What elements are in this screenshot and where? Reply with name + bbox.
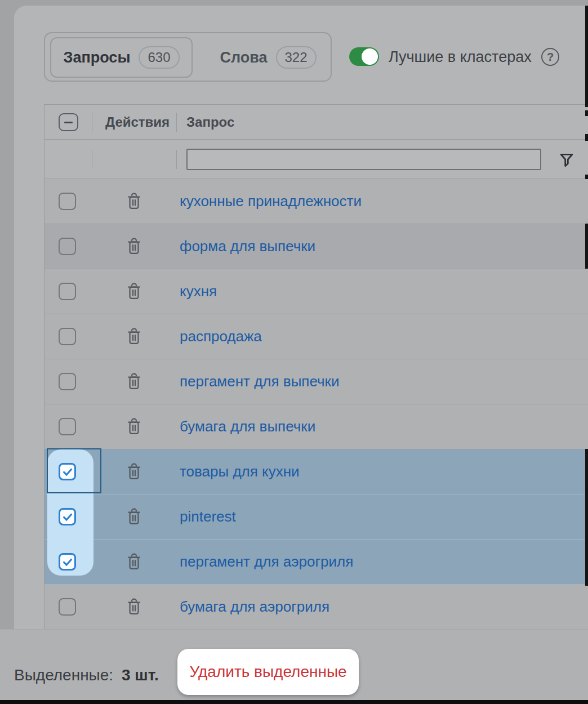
table-row: пергамент для аэрогриля [44, 540, 588, 585]
best-in-clusters-toggle[interactable] [349, 47, 379, 66]
query-link[interactable]: пергамент для выпечки [180, 359, 339, 404]
checkmark-icon [61, 556, 74, 568]
screenshot-edge-artifact [585, 449, 588, 586]
focused-cell-outline [47, 448, 101, 493]
trash-icon[interactable] [126, 237, 142, 256]
trash-icon[interactable] [126, 327, 142, 346]
column-divider [176, 113, 177, 132]
trash-icon[interactable] [126, 552, 142, 572]
table-row: форма для выпечки [44, 224, 588, 269]
row-checkbox[interactable] [59, 373, 76, 390]
table-row: бумага для выпечки [44, 404, 588, 449]
trash-icon[interactable] [126, 192, 142, 211]
query-link[interactable]: бумага для выпечки [180, 404, 315, 449]
tab-queries[interactable]: Запросы 630 [50, 37, 193, 78]
filter-row [44, 140, 588, 179]
table-row: товары для кухни [44, 449, 588, 494]
toggle-knob [362, 48, 378, 65]
row-checkbox[interactable] [59, 418, 76, 435]
trash-icon[interactable] [126, 598, 142, 617]
column-header-actions: Действия [105, 105, 170, 140]
best-in-clusters-label: Лучшие в кластерах [389, 48, 532, 66]
row-checkbox[interactable] [59, 553, 76, 571]
query-link[interactable]: бумага для аэрогриля [180, 585, 329, 629]
table-row: пергамент для выпечки [44, 359, 588, 404]
queries-table: Действия Запрос кухонные принадлежности [44, 104, 588, 629]
query-link[interactable]: форма для выпечки [180, 224, 315, 269]
trash-icon[interactable] [126, 417, 142, 436]
help-icon[interactable]: ? [541, 48, 559, 66]
selected-count: 3 шт. [122, 666, 159, 684]
tab-words[interactable]: Слова 322 [208, 37, 328, 78]
screenshot-edge-artifact [585, 175, 588, 179]
trash-icon[interactable] [126, 462, 142, 482]
tab-group: Запросы 630 Слова 322 [44, 32, 332, 82]
row-checkbox[interactable] [59, 238, 76, 255]
query-link[interactable]: пергамент для аэрогриля [180, 540, 353, 584]
checkmark-icon [61, 511, 74, 523]
row-checkbox[interactable] [59, 328, 76, 345]
query-link[interactable]: кухня [180, 269, 217, 314]
trash-icon[interactable] [126, 282, 142, 301]
tab-queries-count-badge: 630 [139, 46, 179, 69]
screenshot-edge-artifact [585, 134, 588, 141]
query-filter-input[interactable] [186, 149, 541, 170]
selected-label: Выделенные: [14, 666, 113, 684]
tab-words-count-badge: 322 [276, 46, 317, 69]
select-all-checkbox[interactable] [59, 113, 78, 131]
row-checkbox[interactable] [59, 598, 76, 616]
column-divider [176, 150, 177, 169]
query-link[interactable]: распродажа [180, 314, 262, 359]
screenshot-edge-artifact [585, 6, 588, 107]
table-row: кухня [44, 269, 588, 314]
table-header-row: Действия Запрос [44, 105, 588, 140]
trash-icon[interactable] [126, 507, 142, 527]
bottom-edge-bar [0, 700, 588, 704]
indeterminate-mark [64, 122, 73, 123]
column-divider [92, 150, 92, 169]
table-row: pinterest [44, 494, 588, 540]
delete-spotlight: Удалить выделенные [177, 649, 359, 695]
trash-icon[interactable] [126, 372, 142, 391]
table-rows: кухонные принадлежности форма для выпечк… [44, 179, 588, 629]
query-link[interactable]: pinterest [180, 494, 236, 539]
delete-selected-button[interactable]: Удалить выделенные [189, 663, 346, 681]
column-header-query: Запрос [186, 105, 234, 140]
tab-queries-label: Запросы [64, 49, 131, 66]
query-link[interactable]: товары для кухни [180, 449, 300, 494]
screenshot-stage: Запросы 630 Слова 322 Лучшие в кластерах… [0, 0, 588, 704]
screenshot-edge-artifact [585, 110, 588, 116]
screenshot-edge-artifact [585, 224, 588, 269]
table-row: бумага для аэрогриля [44, 585, 588, 629]
row-checkbox[interactable] [59, 193, 76, 210]
filter-funnel-icon[interactable] [559, 152, 574, 167]
table-row: кухонные принадлежности [44, 179, 588, 224]
column-divider [92, 113, 92, 132]
row-checkbox[interactable] [59, 283, 76, 300]
row-checkbox[interactable] [59, 508, 76, 525]
table-row: распродажа [44, 314, 588, 359]
tab-words-label: Слова [220, 49, 267, 66]
query-link[interactable]: кухонные принадлежности [180, 179, 362, 224]
